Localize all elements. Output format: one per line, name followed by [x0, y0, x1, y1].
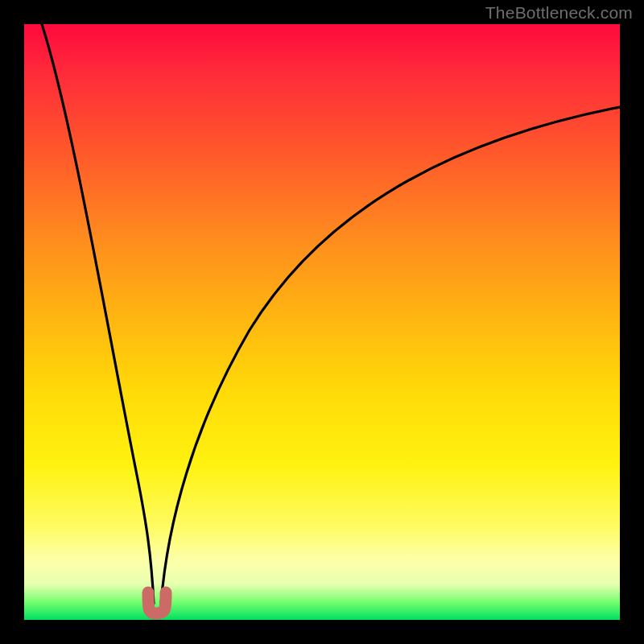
- curves-layer: [24, 24, 620, 620]
- watermark-text: TheBottleneck.com: [485, 3, 633, 23]
- minimum-marker: [148, 592, 166, 613]
- curve-right: [161, 107, 620, 604]
- chart-frame: TheBottleneck.com: [0, 0, 644, 644]
- curve-left: [42, 24, 154, 604]
- plot-area: [24, 24, 620, 620]
